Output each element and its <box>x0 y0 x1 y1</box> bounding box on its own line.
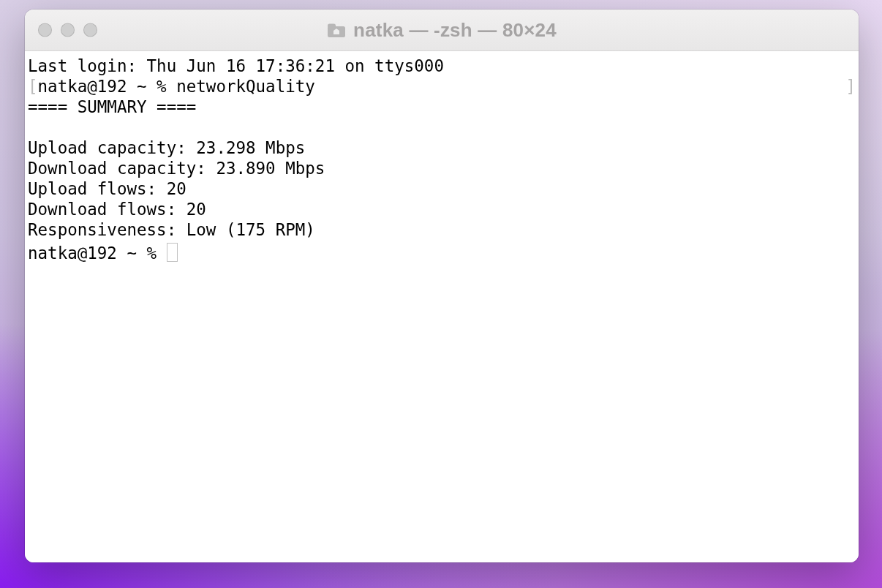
window-titlebar[interactable]: natka — -zsh — 80×24 <box>25 10 859 51</box>
window-title: natka — -zsh — 80×24 <box>327 19 557 42</box>
svg-rect-1 <box>328 24 336 29</box>
download-capacity-line: Download capacity: 23.890 Mbps <box>28 159 325 178</box>
terminal-cursor <box>167 243 178 262</box>
terminal-window: natka — -zsh — 80×24 Last login: Thu Jun… <box>25 10 859 562</box>
close-button[interactable] <box>38 23 52 37</box>
window-title-text: natka — -zsh — 80×24 <box>353 19 557 42</box>
zoom-button[interactable] <box>83 23 97 37</box>
summary-header: ==== SUMMARY ==== <box>28 97 196 116</box>
command-text: networkQuality <box>176 77 315 96</box>
responsiveness-line: Responsiveness: Low (175 RPM) <box>28 220 315 239</box>
shell-prompt: natka@192 ~ % <box>28 244 167 263</box>
minimize-button[interactable] <box>61 23 75 37</box>
upload-flows-line: Upload flows: 20 <box>28 179 186 198</box>
terminal-output[interactable]: Last login: Thu Jun 16 17:36:21 on ttys0… <box>25 51 859 562</box>
download-flows-line: Download flows: 20 <box>28 200 206 219</box>
upload-capacity-line: Upload capacity: 23.298 Mbps <box>28 138 305 157</box>
shell-prompt: natka@192 ~ % <box>38 77 177 96</box>
traffic-lights <box>38 23 97 37</box>
home-folder-icon <box>327 22 346 38</box>
prompt-close-bracket: ] <box>845 76 856 97</box>
last-login-line: Last login: Thu Jun 16 17:36:21 on ttys0… <box>28 56 444 75</box>
prompt-open-bracket: [ <box>28 77 38 96</box>
